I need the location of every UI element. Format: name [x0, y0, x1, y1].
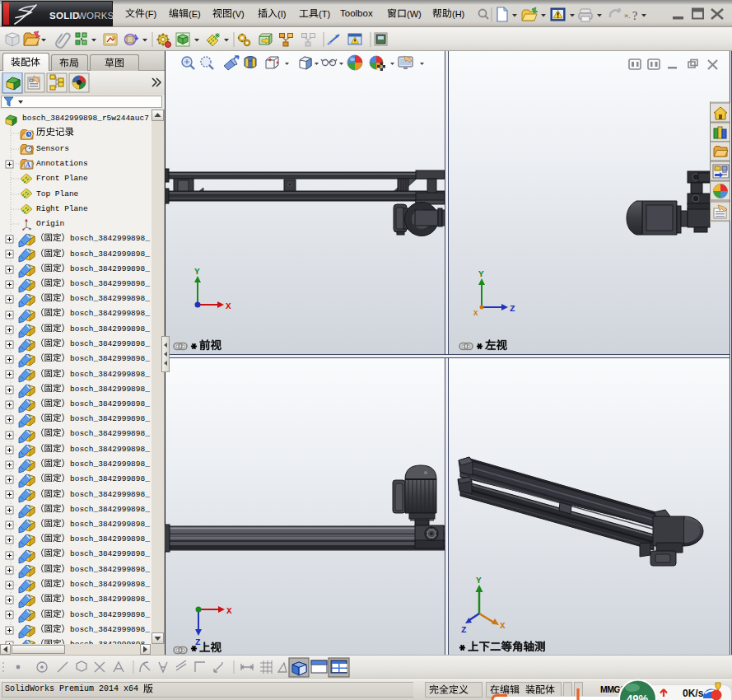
svg-text:0K/s: 0K/s: [683, 688, 704, 699]
svg-text:?: ?: [632, 10, 637, 22]
svg-text:Y: Y: [478, 269, 484, 279]
svg-text:Z: Z: [461, 625, 467, 635]
svg-text:Y: Y: [476, 576, 482, 586]
svg-text:X: X: [226, 606, 232, 616]
svg-text:Y: Y: [194, 267, 200, 277]
svg-text:X: X: [226, 301, 231, 311]
svg-text:».: ».: [624, 12, 631, 20]
svg-text:49%: 49%: [627, 693, 648, 700]
svg-text:X: X: [473, 310, 478, 318]
svg-text:A: A: [26, 161, 30, 169]
svg-text:SOLID: SOLID: [49, 11, 80, 21]
svg-text:WORKS: WORKS: [77, 11, 114, 21]
svg-text:X: X: [500, 621, 506, 631]
svg-text:Z: Z: [510, 304, 515, 314]
